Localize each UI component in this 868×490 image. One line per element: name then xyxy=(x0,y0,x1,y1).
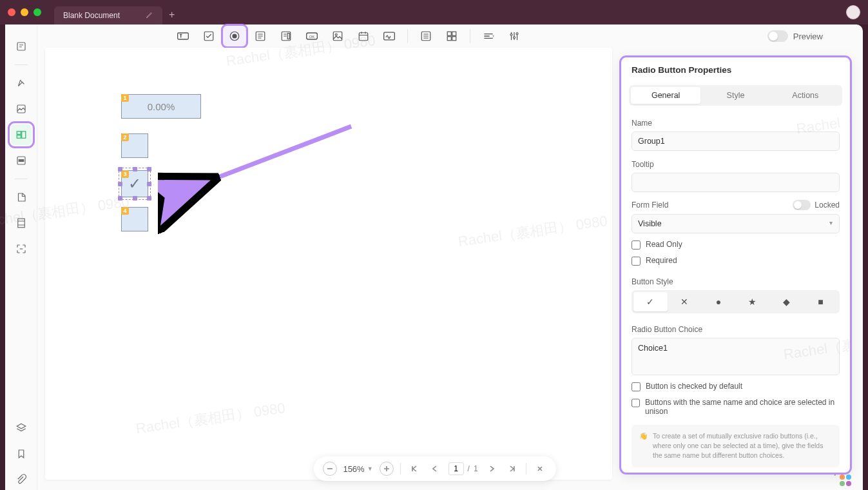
label-tooltip: Tooltip xyxy=(632,160,840,169)
minimize-window[interactable] xyxy=(21,8,28,16)
sidebar-page-icon[interactable] xyxy=(11,213,32,233)
svg-rect-24 xyxy=(447,37,451,41)
first-page-button[interactable] xyxy=(407,462,421,476)
tool-align-icon[interactable] xyxy=(477,26,500,46)
svg-line-29 xyxy=(203,126,351,183)
window-controls xyxy=(8,8,41,16)
sidebar-form-icon[interactable] xyxy=(11,124,32,145)
tool-date-icon[interactable] xyxy=(352,26,375,46)
tool-image-icon[interactable] xyxy=(326,26,349,46)
input-radio-choice[interactable]: Choice1 xyxy=(632,338,840,375)
locked-switch[interactable] xyxy=(793,200,811,210)
page-input[interactable] xyxy=(448,462,464,475)
form-field-1[interactable]: 1 0.00% xyxy=(121,94,201,119)
sidebar-bookmark-icon[interactable] xyxy=(11,444,32,464)
zoom-in-button[interactable] xyxy=(380,462,394,476)
svg-rect-2 xyxy=(17,132,21,135)
tool-dropdown-icon[interactable] xyxy=(275,26,298,46)
next-page-button[interactable] xyxy=(485,462,499,476)
tool-checkbox-icon[interactable] xyxy=(197,26,220,46)
sidebar-ocr-icon[interactable] xyxy=(11,239,32,259)
style-circle-icon[interactable]: ● xyxy=(702,292,736,311)
tab-general[interactable]: General xyxy=(631,87,700,104)
sidebar-layers-icon[interactable] xyxy=(11,418,32,438)
field-1-value: 0.00% xyxy=(148,101,175,112)
input-tooltip[interactable] xyxy=(632,173,840,192)
style-square-icon[interactable]: ■ xyxy=(804,292,838,311)
preview-toggle[interactable]: Preview xyxy=(767,30,823,42)
preview-switch[interactable] xyxy=(767,30,788,42)
form-toolbar: OK Preview xyxy=(37,24,832,48)
prev-page-button[interactable] xyxy=(428,462,442,476)
close-footer-button[interactable] xyxy=(533,462,547,476)
label-formfield: Form Field xyxy=(632,201,668,210)
sidebar-edit-icon[interactable] xyxy=(11,187,32,208)
panel-body: Name Tooltip Form Field Locked Visible R… xyxy=(621,113,850,472)
tool-grid-icon[interactable] xyxy=(440,26,463,46)
svg-point-26 xyxy=(510,34,512,35)
document-page[interactable]: 1 0.00% 2 3 ✓ 4 xyxy=(45,48,612,480)
sidebar-attachment-icon[interactable] xyxy=(11,469,32,490)
page-total: 1 xyxy=(474,464,478,473)
tip-text: To create a set of mutually exclusive ra… xyxy=(653,431,832,461)
style-check-icon[interactable]: ✓ xyxy=(633,292,668,311)
svg-point-27 xyxy=(514,37,516,39)
tool-radio-icon[interactable] xyxy=(223,26,246,46)
form-field-4[interactable]: 4 xyxy=(121,207,148,231)
separator xyxy=(407,29,408,43)
sidebar-highlight-icon[interactable] xyxy=(11,73,32,93)
svg-rect-6 xyxy=(19,160,24,162)
tool-signature-icon[interactable] xyxy=(378,26,401,46)
form-field-3-selected[interactable]: 3 ✓ xyxy=(121,170,148,197)
check-required[interactable]: Required xyxy=(632,256,840,266)
titlebar: Blank Document + xyxy=(0,0,868,24)
label-radio-choice: Radio Button Choice xyxy=(632,325,840,334)
zoom-out-button[interactable] xyxy=(322,462,336,476)
form-field-2[interactable]: 2 xyxy=(121,133,148,158)
sidebar-fillsign-icon[interactable] xyxy=(11,99,32,119)
tool-button-icon[interactable]: OK xyxy=(300,26,323,46)
annotation-arrow xyxy=(158,113,358,255)
new-tab-button[interactable]: + xyxy=(169,9,175,21)
svg-rect-20 xyxy=(384,32,395,40)
button-style-group: ✓ ✕ ● ★ ◆ ■ xyxy=(632,290,840,313)
maximize-window[interactable] xyxy=(34,8,41,16)
app-body: OK Preview 1 0.00% xyxy=(5,24,863,490)
check-readonly[interactable]: Read Only xyxy=(632,240,840,250)
label-locked: Locked xyxy=(815,201,840,210)
style-cross-icon[interactable]: ✕ xyxy=(668,292,702,311)
svg-point-18 xyxy=(335,34,337,35)
field-badge: 3 xyxy=(121,170,129,178)
tip-box: 👋 To create a set of mutually exclusive … xyxy=(632,425,840,467)
input-name[interactable] xyxy=(632,132,840,151)
style-star-icon[interactable]: ★ xyxy=(735,292,769,311)
svg-rect-25 xyxy=(452,37,456,41)
svg-rect-23 xyxy=(452,32,456,35)
sidebar-annotate-icon[interactable] xyxy=(11,36,32,57)
edit-tab-icon[interactable] xyxy=(146,11,153,21)
document-tab[interactable]: Blank Document xyxy=(54,6,162,24)
tool-listbox-icon[interactable] xyxy=(249,26,272,46)
svg-rect-0 xyxy=(17,43,25,50)
label-button-style: Button Style xyxy=(632,277,840,286)
svg-text:OK: OK xyxy=(309,35,315,39)
tool-textfield-icon[interactable] xyxy=(171,26,195,46)
user-avatar[interactable] xyxy=(846,5,860,19)
tab-style[interactable]: Style xyxy=(700,87,770,104)
zoom-level[interactable]: 156% ▼ xyxy=(343,464,372,474)
preview-label: Preview xyxy=(793,32,823,41)
tool-fields-list-icon[interactable] xyxy=(414,26,438,46)
check-unison[interactable]: Buttons with the same name and choice ar… xyxy=(632,398,840,416)
style-diamond-icon[interactable]: ◆ xyxy=(769,292,804,311)
panel-title: Radio Button Properties xyxy=(621,57,850,80)
check-checked-default[interactable]: Button is checked by default xyxy=(632,382,840,391)
sidebar-redact-icon[interactable] xyxy=(11,150,32,171)
footer-bar: 156% ▼ / 1 xyxy=(313,456,555,481)
select-visibility[interactable]: Visible xyxy=(632,214,840,233)
tool-settings-icon[interactable] xyxy=(503,26,526,46)
tab-actions[interactable]: Actions xyxy=(771,87,840,104)
last-page-button[interactable] xyxy=(505,462,519,476)
svg-rect-17 xyxy=(333,32,342,41)
close-window[interactable] xyxy=(8,8,15,16)
properties-panel: Radio Button Properties General Style Ac… xyxy=(621,57,850,473)
